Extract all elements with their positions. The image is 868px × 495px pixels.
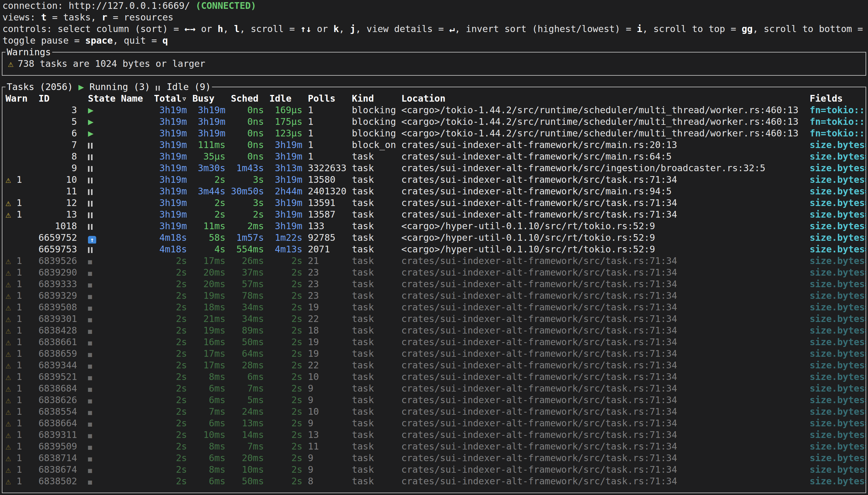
busy-cell: 6ms xyxy=(193,417,231,429)
task-id-cell: 6839329 xyxy=(38,290,82,302)
key-hint: ←→ xyxy=(184,23,196,34)
kind-cell: task xyxy=(352,174,401,186)
task-row[interactable]: ⚠ 1123h19m2s3s3h19m13591taskcrates/sui-i… xyxy=(5,197,866,209)
idle-cell: 3h19m xyxy=(269,174,308,186)
busy-cell: 18ms xyxy=(193,302,231,313)
column-header-kind[interactable]: Kind xyxy=(352,93,401,104)
warning-icon: ⚠ xyxy=(5,290,11,301)
task-row[interactable]: ⚠ 16839329■2s19ms78ms2s23taskcrates/sui-… xyxy=(5,290,866,302)
column-header-fields[interactable]: Fields xyxy=(809,93,866,104)
task-row[interactable]: ⚠ 16839508■2s18ms34ms2s19taskcrates/sui-… xyxy=(5,302,866,313)
task-row[interactable]: 83h19m35µs0ns3h19m1taskcrates/sui-indexe… xyxy=(5,151,866,163)
completed-icon: ■ xyxy=(88,362,92,370)
task-row[interactable]: 3▶3h19m3h19m0ns169µs1blocking<cargo>/tok… xyxy=(5,104,866,116)
name-cell xyxy=(121,394,154,406)
column-header-state[interactable]: State xyxy=(88,93,121,104)
sched-cell: 13ms xyxy=(231,417,269,429)
task-row[interactable]: 5▶3h19m3h19m0ns175µs1blocking<cargo>/tok… xyxy=(5,116,866,127)
column-header-location[interactable]: Location xyxy=(401,93,809,104)
warn-cell: ⚠ 1 xyxy=(5,313,38,325)
fields-cell: size.bytes= xyxy=(809,383,866,394)
paused-icon xyxy=(88,186,94,197)
task-row[interactable]: ⚠ 16838661■2s16ms50ms2s19taskcrates/sui-… xyxy=(5,336,866,348)
idle-cell: 169µs xyxy=(269,104,308,116)
kind-cell: task xyxy=(352,290,401,302)
task-row[interactable]: ⚠ 16839526■2s17ms26ms2s21taskcrates/sui-… xyxy=(5,255,866,267)
name-cell xyxy=(121,313,154,325)
task-row[interactable]: 93h19m3m30s1m43s3h13m3322633taskcrates/s… xyxy=(5,163,866,174)
location-cell: <cargo>/hyper-util-0.1.10/src/rt/tokio.r… xyxy=(401,232,809,243)
column-gap xyxy=(82,174,88,186)
total-cell: 2s xyxy=(154,429,193,441)
fields-cell: size.bytes= xyxy=(809,163,866,174)
idle-cell: 2s xyxy=(269,359,308,371)
task-row[interactable]: 66597534m18s4s554ms4m13s2071task<cargo>/… xyxy=(5,243,866,255)
column-header-sched[interactable]: Sched xyxy=(231,93,269,104)
sched-cell: 78ms xyxy=(231,290,269,302)
task-row[interactable]: ⚠ 16839290■2s20ms37ms2s23taskcrates/sui-… xyxy=(5,267,866,278)
task-row[interactable]: 6659752↑4m18s58s1m57s1m22s92785task<carg… xyxy=(5,232,866,243)
task-row[interactable]: 73h19m111ms0ns3h19m1block_oncrates/sui-i… xyxy=(5,139,866,151)
completed-icon: ■ xyxy=(88,420,92,428)
column-header-warn[interactable]: Warn xyxy=(5,93,38,104)
sched-cell: 26ms xyxy=(231,255,269,267)
task-row[interactable]: ⚠ 16839344■2s17ms28ms2s22taskcrates/sui-… xyxy=(5,359,866,371)
task-row[interactable]: 10183h19m11ms2ms3h19m133task<cargo>/hype… xyxy=(5,220,866,232)
task-row[interactable]: ⚠ 1103h19m2s3s3h19m13580taskcrates/sui-i… xyxy=(5,174,866,186)
task-row[interactable]: ⚠ 16838684■2s6ms7ms2s9taskcrates/sui-ind… xyxy=(5,383,866,394)
column-header-idle[interactable]: Idle xyxy=(269,93,308,104)
column-header-name[interactable]: Name xyxy=(121,93,154,104)
warn-cell: ⚠ 1 xyxy=(5,197,38,209)
polls-cell: 8 xyxy=(308,476,352,487)
tokio-console-screen: { "colors": { "background": "#1e1e1f", "… xyxy=(0,0,868,495)
name-cell xyxy=(121,197,154,209)
column-header-busy[interactable]: Busy xyxy=(193,93,231,104)
task-row[interactable]: 6▶3h19m3h19m0ns123µs1blocking<cargo>/tok… xyxy=(5,127,866,139)
task-row[interactable]: ⚠ 16838626■2s6ms5ms2s9taskcrates/sui-ind… xyxy=(5,394,866,406)
task-row[interactable]: ⚠ 16838428■2s19ms89ms2s18taskcrates/sui-… xyxy=(5,325,866,336)
location-cell: crates/sui-indexer-alt-framework/src/tas… xyxy=(401,394,809,406)
task-row[interactable]: ⚠ 16838664■2s6ms13ms2s9taskcrates/sui-in… xyxy=(5,417,866,429)
column-header-polls[interactable]: Polls xyxy=(308,93,352,104)
task-row[interactable]: ⚠ 16838714■2s6ms20ms2s9taskcrates/sui-in… xyxy=(5,452,866,464)
name-cell xyxy=(121,371,154,383)
completed-icon: ■ xyxy=(88,293,92,300)
idle-cell: 2s xyxy=(269,406,308,417)
column-header-id[interactable]: ID xyxy=(38,93,82,104)
completed-icon: ■ xyxy=(88,316,92,324)
state-cell: ■ xyxy=(88,302,121,313)
sched-cell: 34ms xyxy=(231,313,269,325)
busy-cell: 6ms xyxy=(193,452,231,464)
task-row[interactable]: ⚠ 16838502■2s6ms50ms2s8taskcrates/sui-in… xyxy=(5,476,866,487)
busy-cell: 3m44s xyxy=(193,186,231,197)
task-row[interactable]: ⚠ 16839311■2s10ms14ms2s13taskcrates/sui-… xyxy=(5,429,866,441)
task-row[interactable]: ⚠ 16838554■2s7ms24ms2s10taskcrates/sui-i… xyxy=(5,406,866,417)
task-row[interactable]: ⚠ 16838674■2s8ms10ms2s9taskcrates/sui-in… xyxy=(5,464,866,476)
task-row[interactable]: ⚠ 16839301■2s21ms34ms2s22taskcrates/sui-… xyxy=(5,313,866,325)
name-cell xyxy=(121,441,154,452)
idle-cell: 2s xyxy=(269,452,308,464)
text-segment: toggle pause = xyxy=(2,35,85,46)
total-cell: 2s xyxy=(154,406,193,417)
polls-cell: 13591 xyxy=(308,197,352,209)
idle-cell: 123µs xyxy=(269,127,308,139)
kind-cell: task xyxy=(352,313,401,325)
task-row[interactable]: ⚠ 16839509■2s8ms7ms2s11taskcrates/sui-in… xyxy=(5,441,866,452)
task-row[interactable]: ⚠ 16839521■2s8ms6ms2s10taskcrates/sui-in… xyxy=(5,371,866,383)
task-row[interactable]: ⚠ 16838659■2s17ms64ms2s19taskcrates/sui-… xyxy=(5,348,866,359)
warn-cell: ⚠ 1 xyxy=(5,394,38,406)
task-row[interactable]: ⚠ 16839333■2s20ms57ms2s23taskcrates/sui-… xyxy=(5,278,866,290)
name-cell xyxy=(121,290,154,302)
task-row[interactable]: 113h19m3m44s30m50s2h44m2401320taskcrates… xyxy=(5,186,866,197)
warn-cell xyxy=(5,243,38,255)
total-cell: 3h19m xyxy=(154,127,193,139)
idle-cell: 2s xyxy=(269,429,308,441)
sched-cell: 20ms xyxy=(231,452,269,464)
task-row[interactable]: ⚠ 1133h19m2s2s3h19m13587taskcrates/sui-i… xyxy=(5,209,866,220)
column-header-total[interactable]: Total▿ xyxy=(154,93,193,104)
fields-cell: size.bytes= xyxy=(809,267,866,278)
task-id-cell: 6839311 xyxy=(38,429,82,441)
fields-cell: fn=tokio::r xyxy=(809,127,866,139)
kind-cell: task xyxy=(352,371,401,383)
completed-icon: ■ xyxy=(88,455,92,463)
